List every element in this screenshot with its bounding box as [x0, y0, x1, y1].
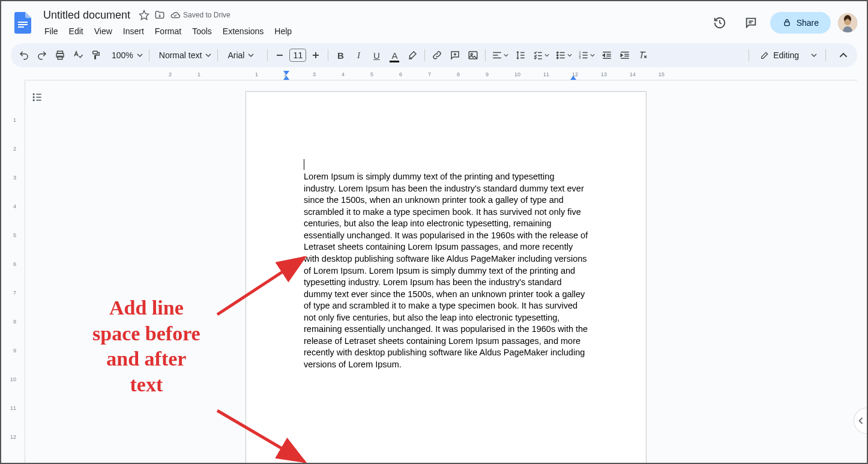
show-outline-button[interactable] [29, 89, 46, 106]
move-icon[interactable] [154, 10, 165, 20]
svg-rect-2 [18, 26, 24, 28]
redo-button[interactable] [34, 47, 50, 64]
decrease-font-size-button[interactable] [271, 47, 288, 64]
print-button[interactable] [52, 47, 68, 64]
comments-icon[interactable] [739, 11, 763, 35]
zoom-value: 100% [108, 50, 137, 60]
svg-point-30 [557, 57, 558, 58]
italic-button[interactable]: I [350, 47, 367, 64]
font-dropdown[interactable]: Arial [222, 50, 264, 60]
vertical-ruler[interactable] [1, 80, 25, 463]
toolbar: 100% Normal text Arial B I U A 123 Editi… [11, 43, 857, 67]
cloud-saved-icon[interactable]: Saved to Drive [170, 10, 231, 20]
bold-button[interactable]: B [332, 47, 349, 64]
decrease-indent-button[interactable] [598, 47, 615, 64]
mode-label: Editing [773, 50, 799, 60]
style-value: Normal text [155, 50, 206, 60]
editing-mode-dropdown[interactable]: Editing [754, 48, 823, 62]
horizontal-ruler[interactable] [25, 71, 857, 80]
first-line-indent-marker[interactable] [283, 71, 289, 75]
text-color-button[interactable]: A [386, 47, 403, 64]
titlebar: Untitled document Saved to Drive File Ed… [1, 1, 867, 40]
account-avatar[interactable] [838, 13, 857, 32]
svg-text:3: 3 [579, 56, 581, 59]
menu-extensions[interactable]: Extensions [218, 24, 268, 38]
menu-insert[interactable]: Insert [118, 24, 149, 38]
font-size-input[interactable] [289, 49, 306, 62]
svg-rect-5 [785, 22, 789, 26]
menu-file[interactable]: File [40, 24, 63, 38]
menubar: File Edit View Insert Format Tools Exten… [40, 24, 708, 38]
underline-button[interactable]: U [368, 47, 385, 64]
font-value: Arial [224, 50, 248, 60]
left-indent-marker[interactable] [283, 76, 289, 80]
history-icon[interactable] [708, 11, 732, 35]
svg-point-29 [557, 55, 558, 56]
insert-link-button[interactable] [429, 47, 445, 64]
add-comment-button[interactable] [447, 47, 463, 64]
numbered-list-button[interactable]: 123 [576, 47, 597, 64]
menu-tools[interactable]: Tools [187, 24, 217, 38]
svg-rect-0 [18, 22, 28, 23]
svg-point-18 [471, 53, 473, 55]
menu-format[interactable]: Format [150, 24, 186, 38]
share-button[interactable]: Share [770, 12, 831, 34]
clear-formatting-button[interactable] [634, 47, 651, 64]
align-dropdown[interactable] [489, 47, 511, 64]
hide-menus-button[interactable] [834, 46, 852, 64]
text-cursor [304, 159, 304, 170]
increase-indent-button[interactable] [616, 47, 633, 64]
menu-help[interactable]: Help [270, 24, 297, 38]
svg-point-49 [33, 97, 34, 98]
page[interactable]: Lorem Ipsum is simply dummy text of the … [246, 91, 646, 463]
svg-point-28 [557, 52, 558, 53]
bulleted-list-button[interactable] [553, 47, 574, 64]
insert-image-button[interactable] [465, 47, 481, 64]
annotation-text: Add line space before and after text [92, 295, 200, 397]
svg-point-50 [33, 100, 34, 101]
star-icon[interactable] [139, 10, 149, 20]
svg-point-48 [33, 94, 34, 95]
styles-dropdown[interactable]: Normal text [153, 50, 214, 60]
save-status-text: Saved to Drive [183, 11, 231, 19]
line-spacing-button[interactable] [512, 47, 529, 64]
checklist-button[interactable] [530, 47, 552, 64]
menu-edit[interactable]: Edit [64, 24, 88, 38]
undo-button[interactable] [16, 47, 32, 64]
zoom-dropdown[interactable]: 100% [106, 50, 145, 60]
increase-font-size-button[interactable] [307, 47, 324, 64]
docs-home-icon[interactable] [11, 11, 35, 35]
spellcheck-button[interactable] [70, 47, 86, 64]
svg-rect-1 [18, 24, 28, 25]
svg-rect-11 [93, 51, 98, 54]
share-label: Share [797, 18, 819, 28]
document-title[interactable]: Untitled document [40, 8, 134, 23]
canvas[interactable]: Lorem Ipsum is simply dummy text of the … [25, 80, 867, 463]
menu-view[interactable]: View [89, 24, 117, 38]
highlight-button[interactable] [404, 47, 421, 64]
document-body[interactable]: Lorem Ipsum is simply dummy text of the … [304, 171, 588, 371]
right-indent-marker[interactable] [570, 76, 576, 80]
paint-format-button[interactable] [88, 47, 104, 64]
